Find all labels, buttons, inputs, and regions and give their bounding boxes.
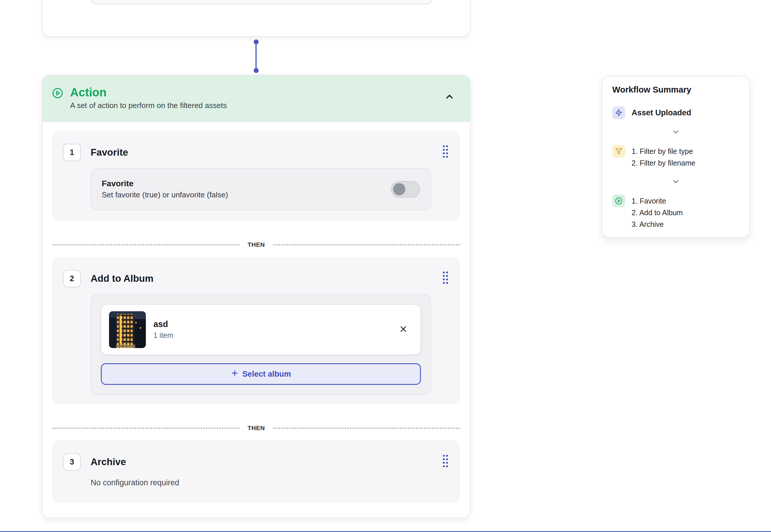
workflow-canvas: Action A set of action to perform on the…	[0, 0, 771, 532]
album-name: asd	[153, 319, 173, 329]
archive-note: No configuration required	[91, 478, 449, 487]
remove-album-button[interactable]	[397, 323, 410, 336]
close-icon	[399, 324, 408, 335]
select-album-label: Select album	[242, 370, 291, 379]
play-circle-icon	[52, 88, 63, 100]
collapse-button[interactable]	[443, 91, 456, 103]
action-header-text: Action A set of action to perform on the…	[70, 86, 227, 110]
action-step-archive: 3 Archive No configuration required	[52, 440, 460, 503]
previous-card-partial	[42, 0, 470, 37]
then-divider: THEN	[52, 241, 460, 248]
album-card: asd 1 item	[101, 304, 421, 355]
album-count: 1 item	[153, 331, 173, 340]
divider-line	[273, 244, 460, 245]
favorite-config-description: Set favorite (true) or unfavorite (false…	[102, 190, 228, 199]
drag-handle-icon[interactable]	[442, 144, 448, 158]
chevron-down-icon	[612, 178, 739, 186]
then-divider: THEN	[52, 425, 460, 432]
step-head: 1 Favorite	[63, 144, 449, 161]
action-step-add-to-album: 2 Add to Album	[52, 257, 460, 404]
summary-trigger-label: Asset Uploaded	[632, 108, 691, 117]
summary-filter-row: 1. Filter by file type 2. Filter by file…	[612, 145, 739, 169]
connector-line	[256, 42, 257, 70]
filter-icon	[612, 145, 625, 158]
album-config-panel: asd 1 item	[91, 294, 431, 395]
divider-line	[273, 428, 460, 429]
action-title: Action	[70, 86, 227, 99]
summary-filter-item: 1. Filter by file type	[632, 145, 695, 157]
favorite-config: Favorite Set favorite (true) or unfavori…	[91, 168, 431, 210]
summary-action-row: 1. Favorite 2. Add to Album 3. Archive	[612, 194, 739, 230]
step-head: 2 Add to Album	[63, 270, 449, 287]
action-card-header: Action A set of action to perform on the…	[42, 75, 470, 122]
toggle-knob	[393, 183, 405, 195]
summary-filter-list: 1. Filter by file type 2. Filter by file…	[632, 145, 695, 169]
plus-icon	[231, 369, 239, 379]
summary-title: Workflow Summary	[612, 85, 739, 95]
chevron-up-icon	[444, 91, 455, 103]
then-label: THEN	[248, 241, 265, 248]
step-head: 3 Archive	[63, 453, 449, 471]
step-title: Archive	[91, 456, 126, 467]
zap-icon	[612, 106, 625, 119]
favorite-config-label: Favorite	[102, 179, 228, 188]
action-card: Action A set of action to perform on the…	[42, 75, 470, 518]
divider-line	[52, 244, 239, 245]
connector-dot-bottom	[254, 68, 259, 73]
summary-action-list: 1. Favorite 2. Add to Album 3. Archive	[632, 195, 683, 230]
connector-dot-top	[254, 39, 259, 44]
play-circle-icon	[612, 194, 625, 207]
workflow-summary-card: Workflow Summary Asset Uploaded 1. Filte…	[602, 76, 750, 238]
drag-handle-icon[interactable]	[442, 454, 448, 467]
favorite-toggle[interactable]	[391, 181, 420, 198]
summary-filter-item: 2. Filter by filename	[632, 157, 695, 169]
step-title: Add to Album	[91, 273, 153, 284]
step-number-badge: 1	[63, 144, 81, 161]
action-subtitle: A set of action to perform on the filter…	[70, 101, 227, 110]
album-info: asd 1 item	[153, 319, 173, 340]
album-thumbnail	[109, 311, 146, 348]
step-number-badge: 2	[63, 270, 81, 287]
summary-trigger-row: Asset Uploaded	[612, 106, 739, 119]
previous-card-field-partial[interactable]	[91, 0, 432, 4]
divider-line	[52, 428, 239, 429]
summary-action-item: 1. Favorite	[632, 195, 683, 207]
drag-handle-icon[interactable]	[442, 270, 448, 284]
step-number-badge: 3	[63, 453, 81, 471]
summary-action-item: 2. Add to Album	[632, 207, 683, 218]
action-card-body: 1 Favorite Favorite Set favorite (true) …	[42, 122, 470, 503]
action-step-favorite: 1 Favorite Favorite Set favorite (true) …	[52, 131, 460, 221]
step-title: Favorite	[91, 147, 128, 158]
summary-action-item: 3. Archive	[632, 218, 683, 230]
then-label: THEN	[248, 425, 265, 432]
select-album-button[interactable]: Select album	[101, 363, 421, 385]
chevron-down-icon	[612, 128, 739, 136]
favorite-config-text: Favorite Set favorite (true) or unfavori…	[102, 179, 228, 199]
